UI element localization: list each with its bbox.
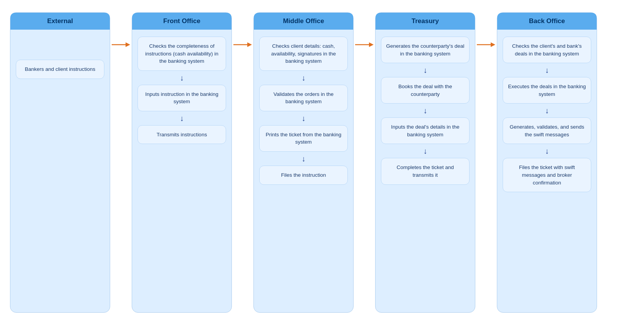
down-arrow-middle-office-3: ↓ [302,153,305,164]
step-box-back-office-3: Files the ticket with swift messages and… [503,158,591,192]
lane-header-back-office: Back Office [497,13,597,30]
svg-marker-7 [491,42,495,47]
lane-wrapper-back-office: Back OfficeChecks the client's and bank'… [475,12,597,313]
step-box-front-office-2: Transmits instructions [138,125,226,144]
svg-marker-1 [126,42,130,47]
lane-wrapper-treasury: TreasuryGenerates the counterparty's dea… [354,12,475,313]
step-box-middle-office-1: Validates the orders in the banking syst… [259,85,348,111]
h-arrow-2 [232,40,253,49]
step-box-middle-office-3: Files the instruction [259,166,348,185]
step-box-treasury-2: Inputs the deal's details in the banking… [381,117,470,144]
h-arrow-3 [354,40,375,49]
down-arrow-front-office-1: ↓ [180,72,184,83]
svg-marker-5 [369,42,374,47]
down-arrow-treasury-1: ↓ [423,65,427,75]
step-box-back-office-0: Checks the client's and bank's deals in … [503,37,591,63]
down-arrow-front-office-2: ↓ [180,113,184,124]
lane-wrapper-front-office: Front OfficeChecks the completeness of i… [110,12,232,313]
lane-wrapper-middle-office: Middle OfficeChecks client details: cash… [232,12,354,313]
step-box-treasury-1: Books the deal with the counterparty [381,77,470,104]
lane-header-middle-office: Middle Office [254,13,353,30]
lane-body-external: Bankers and client instructions [10,60,110,79]
lane-wrapper-external: ExternalBankers and client instructions [10,12,110,313]
svg-marker-3 [247,42,252,47]
lane-back-office: Back OfficeChecks the client's and bank'… [497,12,597,313]
lane-body-front-office: Checks the completeness of instructions … [132,37,231,144]
lane-body-treasury: Generates the counterparty's deal in the… [376,37,475,185]
step-box-back-office-1: Executes the deals in the banking system [503,77,591,104]
h-arrow-1 [110,40,132,49]
lane-header-front-office: Front Office [132,13,231,30]
down-arrow-middle-office-2: ↓ [302,113,305,124]
step-box-front-office-0: Checks the completeness of instructions … [138,37,226,71]
down-arrow-treasury-3: ↓ [423,146,427,156]
step-box-middle-office-0: Checks client details: cash, availabilit… [259,37,348,71]
lane-front-office: Front OfficeChecks the completeness of i… [132,12,232,313]
down-arrow-back-office-3: ↓ [545,146,549,156]
lane-treasury: TreasuryGenerates the counterparty's dea… [375,12,475,313]
h-arrow-4 [475,40,497,49]
step-box-external-0: Bankers and client instructions [16,60,104,79]
step-box-middle-office-2: Prints the ticket from the banking syste… [259,125,348,152]
lane-middle-office: Middle OfficeChecks client details: cash… [253,12,354,313]
lane-body-middle-office: Checks client details: cash, availabilit… [254,37,353,185]
down-arrow-back-office-1: ↓ [545,65,549,75]
process-diagram: ExternalBankers and client instructions … [10,12,634,313]
step-box-front-office-1: Inputs instruction in the banking system [138,85,226,111]
step-box-back-office-2: Generates, validates, and sends the swif… [503,117,591,144]
lane-header-external: External [10,13,110,30]
down-arrow-middle-office-1: ↓ [302,72,305,83]
lane-header-treasury: Treasury [376,13,475,30]
lane-external: ExternalBankers and client instructions [10,12,110,313]
step-box-treasury-3: Completes the ticket and transmits it [381,158,470,184]
down-arrow-back-office-2: ↓ [545,105,549,116]
step-box-treasury-0: Generates the counterparty's deal in the… [381,37,470,63]
lane-body-back-office: Checks the client's and bank's deals in … [497,37,597,192]
down-arrow-treasury-2: ↓ [423,105,427,116]
